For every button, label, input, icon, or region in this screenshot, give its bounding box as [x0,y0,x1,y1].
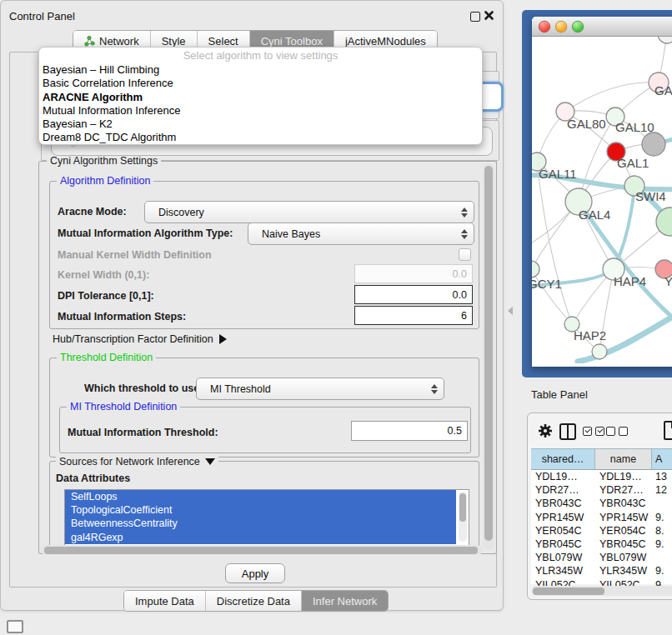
control-panel-title: Control Panel [9,10,75,22]
table-row[interactable]: YBR043CYBR043C [531,497,672,510]
node-unlabeled[interactable] [658,37,672,43]
tab-infer-network[interactable]: Infer Network [301,591,388,611]
node-gray[interactable] [642,132,665,156]
node-label-gal4: GAL4 [579,208,610,222]
algorithm-option[interactable]: Basic Correlation Inference [39,77,482,90]
which-threshold-combobox[interactable]: MI Threshold [196,378,444,400]
mi-algorithm-type-label: Mutual Information Algorithm Type: [58,228,233,239]
table-row[interactable]: YLR345WYLR345W9. [531,564,672,578]
manual-kernel-width-label: Manual Kernel Width Definition [58,249,212,261]
gear-icon[interactable] [538,423,553,438]
combo-stepper-icon [457,229,472,239]
combo-stepper-icon [457,208,472,218]
tab-discretize-data[interactable]: Discretize Data [205,591,301,611]
node-label-gcy1: GCY1 [532,277,562,291]
table-row[interactable]: YER054CYER054C8. [531,524,672,538]
table-row[interactable]: YBR045CYBR045C9. [531,538,672,551]
export-table-icon[interactable] [664,421,672,440]
table-panel-title: Table Panel [531,388,588,401]
algorithm-option[interactable]: Dream8 DC_TDC Algorithm [39,131,482,144]
threshold-definition-title: Threshold Definition [57,352,156,363]
mi-algorithm-type-combobox[interactable]: Naive Bayes [248,222,474,245]
minimized-panel-icon[interactable] [7,620,23,633]
table-row[interactable]: YPR145WYPR145W9. [531,511,672,524]
algorithm-option[interactable]: Bayesian – Hill Climbing [39,63,482,77]
mi-steps-input[interactable]: 6 [354,306,473,325]
network-window-titlebar[interactable] [532,17,672,37]
algorithm-dropdown-popup: Select algorithm to view settings Bayesi… [38,47,483,145]
collapsed-arrow-icon [219,334,227,344]
zoom-traffic-light-icon[interactable] [572,21,584,32]
node-label-y-partial: Y [664,274,672,288]
dpi-tolerance-label: DPI Tolerance [0,1]: [58,290,154,302]
sources-section-header[interactable]: Sources for Network Inference [56,456,218,468]
dpi-tolerance-input[interactable]: 0.0 [354,285,473,304]
cyni-algorithm-settings-title: Cyni Algorithm Settings [47,156,161,167]
algorithm-option[interactable]: Mutual Information Inference [39,104,482,118]
algorithm-option-selected[interactable]: ARACNE Algorithm [39,91,482,104]
select-all-checkboxes-icon[interactable] [583,427,604,436]
table-horizontal-scrollbar[interactable] [531,586,672,596]
attribute-item-selected[interactable]: TopologicalCoefficient [65,503,456,517]
column-header-name[interactable]: name [595,449,652,469]
node-label-gal11: GAL11 [539,167,577,181]
node-table: shared… name A YDL19…YDL19…13 YDR27…YDR2… [531,448,672,584]
column-header-shared-name[interactable]: shared… [531,449,595,469]
attribute-item-selected[interactable]: BetweennessCentrality [65,517,456,530]
data-attributes-list: SelfLoops TopologicalCoefficient Between… [64,489,469,546]
sources-title: Sources for Network Inference [59,456,200,468]
column-header-partial[interactable]: A [652,449,672,469]
network-canvas[interactable]: GAL GAL80 GAL10 GAL1 GAL11 SWI4 GAL4 GCY… [532,37,672,363]
mi-steps-label: Mutual Information Steps: [58,311,186,322]
algorithm-popup-placeholder: Select algorithm to view settings [39,49,482,63]
node-label-gal1: GAL1 [617,156,649,170]
node-label-swi4: SWI4 [635,189,666,203]
scrollbar-thumb[interactable] [44,547,478,554]
table-panel: shared… name A YDL19…YDL19…13 YDR27…YDR2… [527,412,672,600]
settings-horizontal-scrollbar[interactable] [41,545,483,555]
table-row[interactable]: YDR27…YDR27…12 [531,483,672,497]
node-label-gal10: GAL10 [615,120,654,134]
node-label-gal-partial: GAL [654,83,672,98]
list-vertical-scrollbar[interactable] [459,492,467,542]
expanded-arrow-icon [205,458,215,465]
scrollbar-thumb[interactable] [484,166,493,541]
data-attributes-label: Data Attributes [56,472,130,484]
table-row[interactable]: YBL079WYBL079W [531,551,672,564]
panel-splitter-icon[interactable] [508,307,513,315]
node-unlabeled[interactable] [592,344,607,359]
network-view-window: GAL GAL80 GAL10 GAL1 GAL11 SWI4 GAL4 GCY… [532,17,672,367]
mi-threshold-definition-title: MI Threshold Definition [67,402,180,412]
attribute-item-selected[interactable]: SelfLoops [65,490,456,503]
node-gcy1[interactable] [532,261,539,278]
desktop: Control Panel Network Style Select Cyni … [0,0,672,635]
columns-icon[interactable] [559,423,576,440]
scrollbar-thumb[interactable] [459,493,466,522]
attribute-item-selected[interactable]: gal4RGexp [65,531,456,544]
node-labels: GAL GAL80 GAL10 GAL1 GAL11 SWI4 GAL4 GCY… [532,83,672,342]
node-label-hap4: HAP4 [614,274,646,288]
table-header-row: shared… name A [531,449,672,470]
aracne-mode-combobox[interactable]: Discovery [144,201,474,223]
tab-impute-data[interactable]: Impute Data [124,591,205,611]
float-window-icon[interactable] [470,12,480,22]
deselect-all-checkboxes-icon[interactable] [606,427,628,436]
node-label-hap2: HAP2 [574,328,606,342]
algorithm-option[interactable]: Bayesian – K2 [39,118,482,131]
network-desktop-background: GAL GAL80 GAL10 GAL1 GAL11 SWI4 GAL4 GCY… [522,10,672,378]
minimize-traffic-light-icon[interactable] [555,21,567,32]
close-traffic-light-icon[interactable] [539,21,550,32]
scrollbar-thumb[interactable] [533,588,604,595]
close-icon[interactable] [484,10,494,21]
control-panel-window: Control Panel Network Style Select Cyni … [0,0,504,611]
mi-threshold-label: Mutual Information Threshold: [68,427,218,438]
mi-threshold-input[interactable]: 0.5 [351,421,468,441]
kernel-width-input[interactable]: 0.0 [354,264,473,283]
hub-transcription-factor-section[interactable]: Hub/Transcription Factor Definition [53,333,227,345]
kernel-width-label: Kernel Width (0,1): [58,269,149,281]
apply-button[interactable]: Apply [225,563,285,583]
settings-vertical-scrollbar[interactable] [483,163,494,550]
manual-kernel-width-checkbox[interactable] [459,248,471,261]
hub-section-label: Hub/Transcription Factor Definition [53,333,213,345]
table-row[interactable]: YDL19…YDL19…13 [531,470,672,483]
